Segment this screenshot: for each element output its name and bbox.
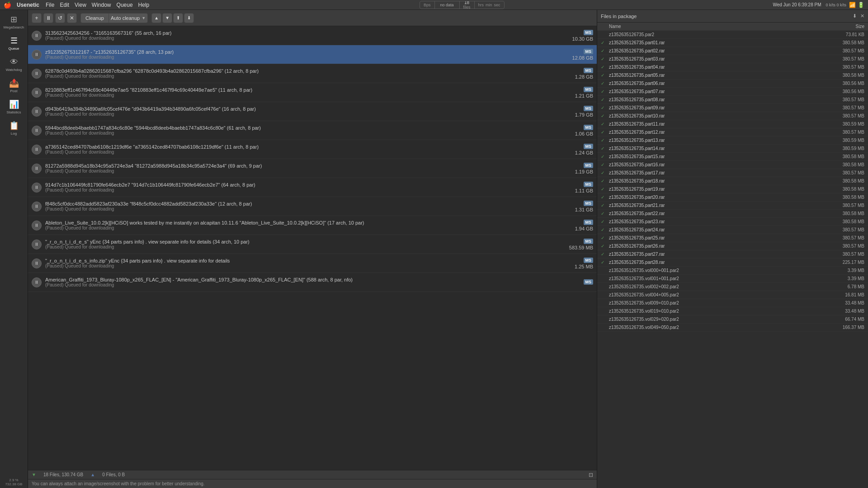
file-checkbox[interactable]: ✓ bbox=[601, 227, 607, 232]
move-top-button[interactable]: ⬆ bbox=[173, 13, 183, 23]
pause-item-button[interactable]: ⏸ bbox=[32, 277, 42, 287]
file-row[interactable]: z1352635126735.vol000+001.par2 3.39 MB bbox=[597, 267, 868, 275]
pause-item-button[interactable]: ⏸ bbox=[32, 145, 42, 155]
menu-queue[interactable]: Queue bbox=[117, 2, 133, 8]
file-checkbox[interactable]: ✓ bbox=[601, 154, 607, 159]
file-row[interactable]: ✓ z1352635126735.part08.rar 380.57 MB bbox=[597, 96, 868, 104]
file-checkbox[interactable]: ✓ bbox=[601, 113, 607, 118]
file-row[interactable]: ✓ z1352635126735.part11.rar 380.59 MB bbox=[597, 120, 868, 128]
file-row[interactable]: ✓ z1352635126735.part03.rar 380.57 MB bbox=[597, 55, 868, 63]
file-row[interactable]: ✓ z1352635126735.part12.rar 380.57 MB bbox=[597, 128, 868, 136]
queue-item[interactable]: ⏸ "_r_o_n_t_i_d_e_s_info.zip" yEnc {34 p… bbox=[28, 254, 597, 273]
cleanup-button[interactable]: Cleanup bbox=[80, 13, 109, 23]
file-row[interactable]: ✓ z1352635126735.part05.rar 380.58 MB bbox=[597, 71, 868, 80]
file-row[interactable]: ✓ z1352635126735.part15.rar 380.58 MB bbox=[597, 153, 868, 161]
queue-item[interactable]: ⏸ 62878c0d493b4a02862015687cfba296 "6287… bbox=[28, 64, 597, 83]
file-checkbox[interactable]: ✓ bbox=[601, 195, 607, 200]
pause-item-button[interactable]: ⏸ bbox=[32, 107, 42, 117]
queue-item[interactable]: ⏸ 81272a5988d945a18b34c95a5724e3a4 "8127… bbox=[28, 159, 597, 178]
add-button[interactable]: + bbox=[32, 13, 42, 23]
file-row[interactable]: ✓ z1352635126735.part22.rar 380.58 MB bbox=[597, 210, 868, 218]
file-row[interactable]: ✓ z1352635126735.part01.rar 380.58 MB bbox=[597, 39, 868, 47]
pause-all-button[interactable]: ⏸ bbox=[43, 13, 53, 23]
file-row[interactable]: ✓ z1352635126735.part04.rar 380.57 MB bbox=[597, 63, 868, 71]
file-checkbox[interactable]: ✓ bbox=[601, 65, 607, 70]
menu-file[interactable]: File bbox=[46, 2, 54, 8]
queue-item[interactable]: ⏸ a7365142ced84707bab6108c1219df6e "a736… bbox=[28, 140, 597, 159]
move-up-button[interactable]: ▲ bbox=[151, 13, 161, 23]
queue-item[interactable]: ⏸ f848c5cf0dcc4882add5823af230a33e "f848… bbox=[28, 197, 597, 216]
file-row[interactable]: z1352635126735.vol004+005.par2 16.81 MB bbox=[597, 291, 868, 299]
menu-edit[interactable]: Edit bbox=[60, 2, 69, 8]
file-row[interactable]: ✓ z1352635126735.part26.rar 380.57 MB bbox=[597, 242, 868, 250]
file-row[interactable]: z1352635126735.vol001+001.par2 3.39 MB bbox=[597, 275, 868, 283]
file-row[interactable]: z1352635126735.par2 73.81 KB bbox=[597, 31, 868, 39]
file-row[interactable]: z1352635126735.vol002+002.par2 6.78 MB bbox=[597, 283, 868, 291]
file-checkbox[interactable]: ✓ bbox=[601, 81, 607, 86]
file-row[interactable]: z1352635126735.vol049+050.par2 166.37 MB bbox=[597, 324, 868, 332]
file-checkbox[interactable]: ✓ bbox=[601, 97, 607, 102]
file-row[interactable]: ✓ z1352635126735.part10.rar 380.57 MB bbox=[597, 112, 868, 120]
queue-item[interactable]: ⏸ 3135623425634256 - "3165163567316" (55… bbox=[28, 26, 597, 45]
file-row[interactable]: z1352635126735.vol019+010.par2 33.48 MB bbox=[597, 307, 868, 315]
sidebar-item-watchdog[interactable]: 👁 Watchdog bbox=[0, 54, 28, 75]
pause-item-button[interactable]: ⏸ bbox=[32, 239, 42, 249]
file-row[interactable]: ✓ z1352635126735.part21.rar 380.57 MB bbox=[597, 202, 868, 210]
queue-item[interactable]: ⏸ d943b6419a394b34890a6fc05cef476e "d943… bbox=[28, 102, 597, 121]
refresh-button[interactable]: ↺ bbox=[55, 13, 65, 23]
pause-item-button[interactable]: ⏸ bbox=[32, 258, 42, 268]
move-down-button[interactable]: ▼ bbox=[162, 13, 172, 23]
move-bottom-button[interactable]: ⬇ bbox=[184, 13, 194, 23]
pause-item-button[interactable]: ⏸ bbox=[32, 88, 42, 98]
pause-item-button[interactable]: ⏸ bbox=[32, 164, 42, 174]
queue-item[interactable]: ⏸ American_Graffiti_1973_Bluray-1080p_x2… bbox=[28, 273, 597, 292]
sidebar-item-statistics[interactable]: 📊 Statistics bbox=[0, 97, 28, 118]
file-checkbox[interactable]: ✓ bbox=[601, 170, 607, 175]
file-row[interactable]: ✓ z1352635126735.part19.rar 380.58 MB bbox=[597, 185, 868, 193]
file-checkbox[interactable]: ✓ bbox=[601, 146, 607, 151]
file-checkbox[interactable]: ✓ bbox=[601, 162, 607, 167]
pause-item-button[interactable]: ⏸ bbox=[32, 183, 42, 192]
file-checkbox[interactable]: ✓ bbox=[601, 48, 607, 53]
file-row[interactable]: ✓ z1352635126735.part02.rar 380.57 MB bbox=[597, 47, 868, 55]
file-row[interactable]: ✓ z1352635126735.part20.rar 380.58 MB bbox=[597, 193, 868, 202]
file-checkbox[interactable]: ✓ bbox=[601, 40, 607, 45]
file-checkbox[interactable]: ✓ bbox=[601, 89, 607, 94]
file-checkbox[interactable]: ✓ bbox=[601, 252, 607, 257]
menu-help[interactable]: Help bbox=[138, 2, 150, 8]
file-row[interactable]: ✓ z1352635126735.part25.rar 380.57 MB bbox=[597, 234, 868, 242]
sidebar-item-queue[interactable]: ☰ Queue bbox=[0, 33, 28, 54]
pause-item-button[interactable]: ⏸ bbox=[32, 202, 42, 211]
menu-window[interactable]: Window bbox=[92, 2, 111, 8]
menu-view[interactable]: View bbox=[75, 2, 86, 8]
pause-item-button[interactable]: ⏸ bbox=[32, 69, 42, 79]
file-row[interactable]: ✓ z1352635126735.part16.rar 380.58 MB bbox=[597, 161, 868, 169]
sidebar-item-log[interactable]: 📋 Log bbox=[0, 118, 28, 139]
file-row[interactable]: z1352635126735.vol009+010.par2 33.48 MB bbox=[597, 299, 868, 307]
file-checkbox[interactable]: ✓ bbox=[601, 244, 607, 249]
file-row[interactable]: ✓ z1352635126735.part07.rar 380.56 MB bbox=[597, 88, 868, 96]
file-checkbox[interactable]: ✓ bbox=[601, 130, 607, 135]
file-row[interactable]: ✓ z1352635126735.part23.rar 380.58 MB bbox=[597, 218, 868, 226]
file-row[interactable]: ✓ z1352635126735.part13.rar 380.59 MB bbox=[597, 136, 868, 145]
file-checkbox[interactable]: ✓ bbox=[601, 187, 607, 192]
queue-item[interactable]: ⏸ z91235267531216​7 - "z1352635126735" (… bbox=[28, 45, 597, 64]
file-checkbox[interactable]: ✓ bbox=[601, 260, 607, 265]
file-row[interactable]: ✓ z1352635126735.part09.rar 380.57 MB bbox=[597, 104, 868, 112]
queue-item[interactable]: ⏸ 5944bcd8deeb4baebb1747a834c6c80e "5944… bbox=[28, 121, 597, 140]
file-row[interactable]: ✓ z1352635126735.part24.rar 380.57 MB bbox=[597, 226, 868, 234]
file-checkbox[interactable]: ✓ bbox=[601, 178, 607, 183]
pause-item-button[interactable]: ⏸ bbox=[32, 221, 42, 230]
sidebar-item-post[interactable]: 📤 Post bbox=[0, 75, 28, 97]
pause-item-button[interactable]: ⏸ bbox=[32, 31, 42, 41]
panel-icon-1[interactable]: ⬇ bbox=[853, 13, 857, 19]
pause-item-button[interactable]: ⏸ bbox=[32, 126, 42, 136]
queue-item[interactable]: ⏸ "_r_o_n_t_i_d_e_s" yEnc {34 parts pars… bbox=[28, 235, 597, 254]
auto-cleanup-dropdown[interactable]: Auto cleanup ▼ bbox=[109, 13, 148, 23]
file-checkbox[interactable]: ✓ bbox=[601, 56, 607, 61]
file-row[interactable]: z1352635126735.vol029+020.par2 66.74 MB bbox=[597, 315, 868, 324]
file-row[interactable]: ✓ z1352635126735.part17.rar 380.57 MB bbox=[597, 169, 868, 177]
file-checkbox[interactable]: ✓ bbox=[601, 219, 607, 224]
pause-item-button[interactable]: ⏸ bbox=[32, 50, 42, 60]
file-row[interactable]: ✓ z1352635126735.part18.rar 380.58 MB bbox=[597, 177, 868, 185]
